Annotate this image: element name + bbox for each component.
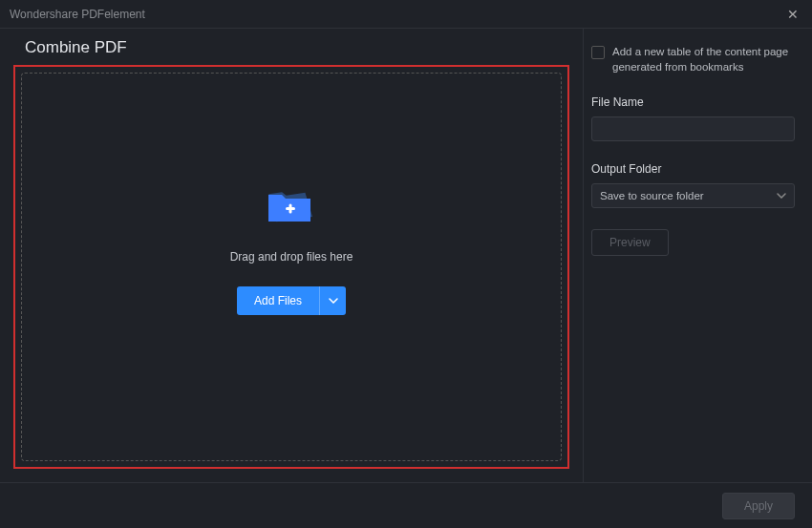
dropzone-text: Drag and drop files here — [230, 250, 353, 264]
dropzone-highlight: Drag and drop files here Add Files — [13, 65, 569, 469]
apply-button[interactable]: Apply — [722, 493, 795, 519]
svg-rect-1 — [289, 203, 292, 213]
add-files-button[interactable]: Add Files — [237, 286, 319, 315]
output-folder-select[interactable]: Save to source folder — [591, 183, 795, 208]
add-folder-icon — [265, 181, 318, 223]
right-panel: Add a new table of the content page gene… — [583, 29, 812, 482]
footer: Apply — [0, 482, 812, 528]
chevron-down-icon — [777, 193, 786, 199]
output-folder-label: Output Folder — [591, 162, 795, 176]
add-files-dropdown-button[interactable] — [319, 286, 346, 315]
file-name-input[interactable] — [591, 116, 795, 141]
chevron-down-icon — [329, 298, 338, 304]
left-panel: Combine PDF Drag and drop files here Add… — [0, 29, 583, 482]
window-title: Wondershare PDFelement — [10, 8, 145, 21]
toc-checkbox-label: Add a new table of the content page gene… — [612, 44, 795, 74]
toc-checkbox[interactable] — [591, 46, 605, 59]
close-icon[interactable]: ✕ — [783, 7, 802, 22]
page-title: Combine PDF — [25, 38, 569, 57]
toc-option-row: Add a new table of the content page gene… — [591, 44, 795, 74]
output-folder-value: Save to source folder — [600, 190, 704, 201]
file-name-label: File Name — [591, 95, 795, 109]
add-files-group: Add Files — [237, 286, 346, 315]
file-dropzone[interactable]: Drag and drop files here Add Files — [21, 73, 562, 461]
preview-button[interactable]: Preview — [591, 229, 669, 256]
content-area: Combine PDF Drag and drop files here Add… — [0, 29, 812, 482]
titlebar: Wondershare PDFelement ✕ — [0, 0, 812, 29]
